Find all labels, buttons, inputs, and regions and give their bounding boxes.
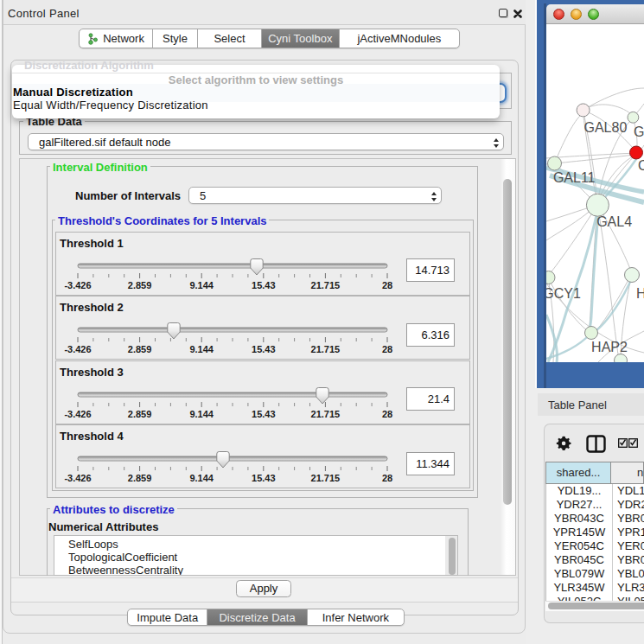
svg-text:HI: HI [636,286,644,301]
svg-text:C: C [638,158,644,173]
svg-text:GAL80: GAL80 [583,120,627,135]
svg-text:GA: GA [634,124,644,139]
svg-text:GAL11: GAL11 [553,170,596,185]
svg-text:GAL4: GAL4 [596,214,632,229]
svg-text:GCY1: GCY1 [546,286,581,301]
svg-text:HAP2: HAP2 [591,340,628,354]
